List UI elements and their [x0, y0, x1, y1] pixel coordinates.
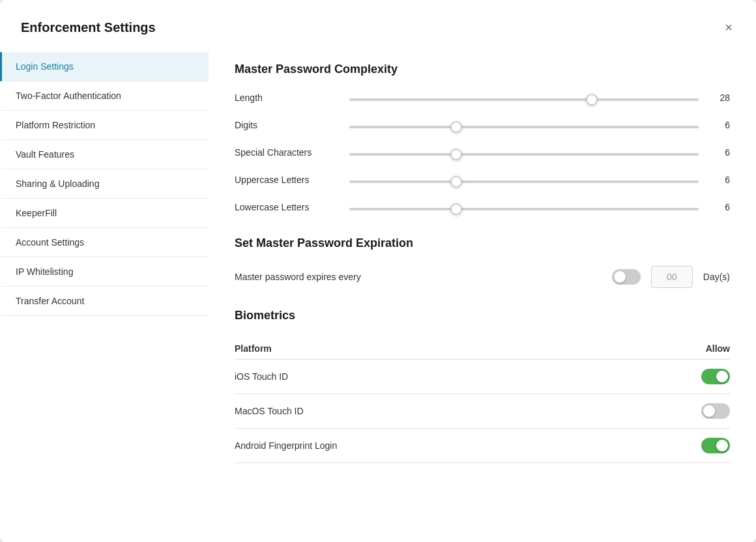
slider-label-uppercase: Uppercase Letters — [235, 175, 339, 185]
slider-label-special: Special Characters — [235, 147, 339, 158]
biometrics-toggle-ios-touch-id[interactable] — [701, 369, 730, 384]
slider-label-digits: Digits — [235, 120, 339, 130]
slider-row-length: Length 28 — [235, 92, 730, 106]
slider-row-special: Special Characters 6 — [235, 147, 730, 161]
modal-header: Enforcement Settings × — [0, 0, 756, 47]
expiration-label: Master password expires every — [235, 272, 602, 282]
sidebar-item-account-settings[interactable]: Account Settings — [0, 228, 209, 257]
slider-uppercase[interactable] — [349, 180, 699, 183]
sidebar: Login SettingsTwo-Factor AuthenticationP… — [0, 47, 209, 526]
expiration-toggle[interactable] — [612, 269, 641, 285]
sidebar-item-two-factor[interactable]: Two-Factor Authentication — [0, 81, 209, 111]
biometrics-label-android-fingerprint: Android Fingerprint Login — [235, 440, 337, 451]
close-button[interactable]: × — [722, 18, 735, 36]
biometrics-col-allow: Allow — [706, 343, 730, 354]
slider-value-lowercase: 6 — [709, 202, 730, 212]
sidebar-item-sharing-uploading[interactable]: Sharing & Uploading — [0, 169, 209, 199]
sidebar-item-vault-features[interactable]: Vault Features — [0, 140, 209, 169]
biometrics-label-ios-touch-id: iOS Touch ID — [235, 371, 288, 382]
password-complexity-title: Master Password Complexity — [235, 63, 730, 76]
expiration-days-input[interactable] — [651, 266, 693, 288]
slider-container-digits — [349, 119, 699, 131]
main-content: Master Password Complexity Length 28 Dig… — [209, 47, 756, 526]
slider-length[interactable] — [349, 98, 699, 101]
slider-container-length — [349, 92, 699, 104]
expiration-toggle-slider — [612, 269, 641, 285]
slider-row-digits: Digits 6 — [235, 119, 730, 134]
slider-value-special: 6 — [709, 147, 730, 158]
slider-label-length: Length — [235, 93, 339, 103]
slider-container-special — [349, 147, 699, 158]
biometrics-row-android-fingerprint: Android Fingerprint Login — [235, 429, 730, 463]
biometrics-toggle-slider-macos-touch-id — [701, 403, 730, 419]
slider-container-uppercase — [349, 174, 699, 186]
slider-row-uppercase: Uppercase Letters 6 — [235, 174, 730, 188]
expiration-row: Master password expires every Day(s) — [235, 266, 730, 288]
password-expiration-section: Set Master Password Expiration Master pa… — [235, 236, 730, 288]
expiration-unit: Day(s) — [703, 272, 730, 282]
biometrics-toggle-android-fingerprint[interactable] — [701, 438, 730, 453]
biometrics-row-ios-touch-id: iOS Touch ID — [235, 360, 730, 394]
modal-body: Login SettingsTwo-Factor AuthenticationP… — [0, 47, 756, 542]
slider-value-length: 28 — [709, 93, 730, 103]
biometrics-section: Biometrics Platform Allow iOS Touch IDMa… — [235, 309, 730, 463]
sidebar-item-keeperfill[interactable]: KeeperFill — [0, 199, 209, 228]
slider-container-lowercase — [349, 201, 699, 213]
slider-value-uppercase: 6 — [709, 175, 730, 185]
sidebar-item-platform-restriction[interactable]: Platform Restriction — [0, 111, 209, 140]
slider-special[interactable] — [349, 153, 699, 156]
biometrics-toggle-macos-touch-id[interactable] — [701, 403, 730, 419]
slider-label-lowercase: Lowercase Letters — [235, 202, 339, 212]
slider-digits[interactable] — [349, 126, 699, 128]
biometrics-title: Biometrics — [235, 309, 730, 322]
slider-value-digits: 6 — [709, 120, 730, 130]
biometrics-label-macos-touch-id: MacOS Touch ID — [235, 406, 304, 416]
biometrics-toggle-slider-ios-touch-id — [701, 369, 730, 384]
biometrics-row-macos-touch-id: MacOS Touch ID — [235, 394, 730, 429]
modal-title: Enforcement Settings — [21, 20, 156, 35]
biometrics-col-platform: Platform — [235, 343, 272, 354]
sidebar-item-transfer-account[interactable]: Transfer Account — [0, 287, 209, 316]
sidebar-item-login-settings[interactable]: Login Settings — [0, 52, 209, 81]
sidebar-item-ip-whitelisting[interactable]: IP Whitelisting — [0, 257, 209, 287]
biometrics-rows: iOS Touch IDMacOS Touch IDAndroid Finger… — [235, 360, 730, 463]
biometrics-header: Platform Allow — [235, 338, 730, 360]
password-complexity-section: Master Password Complexity Length 28 Dig… — [235, 63, 730, 216]
slider-row-lowercase: Lowercase Letters 6 — [235, 201, 730, 216]
enforcement-settings-modal: Enforcement Settings × Login SettingsTwo… — [0, 0, 756, 542]
slider-lowercase[interactable] — [349, 208, 699, 210]
password-expiration-title: Set Master Password Expiration — [235, 236, 730, 250]
biometrics-toggle-slider-android-fingerprint — [701, 438, 730, 453]
